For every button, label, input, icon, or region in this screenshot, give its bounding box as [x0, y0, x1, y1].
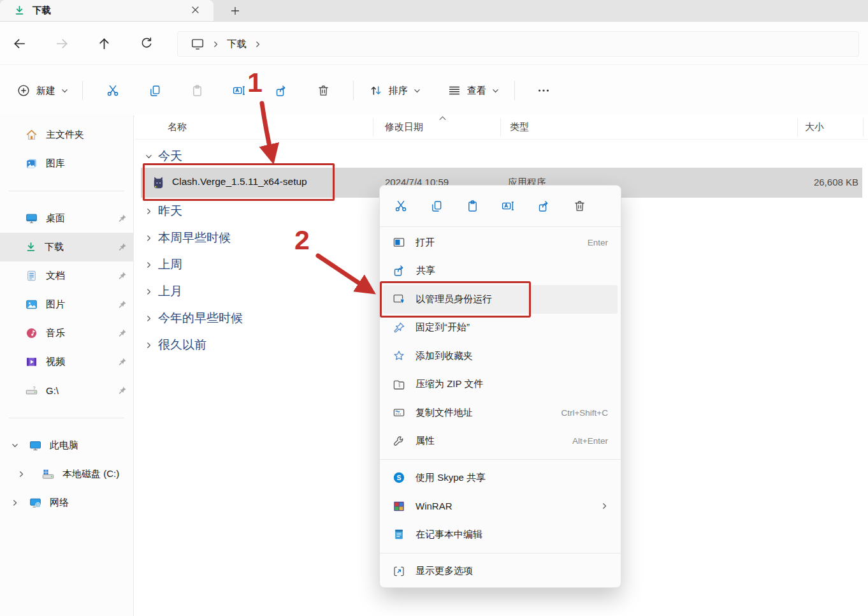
- menu-item-copy-path[interactable]: 复制文件地址Ctrl+Shift+C: [383, 399, 618, 427]
- menu-item-share-skype[interactable]: S使用 Skype 共享: [383, 464, 618, 492]
- show-more-icon: [393, 565, 405, 578]
- menu-paste-button[interactable]: [459, 194, 485, 218]
- refresh-button[interactable]: [136, 33, 157, 54]
- notepad-icon: [393, 528, 405, 541]
- run-as-admin-icon: [393, 293, 405, 305]
- column-name[interactable]: 名称: [168, 121, 187, 133]
- menu-item-edit-notepad[interactable]: 在记事本中编辑: [383, 520, 618, 549]
- sidebar-item-videos[interactable]: 视频: [0, 348, 133, 376]
- menu-item-label: 以管理员身份运行: [416, 293, 492, 305]
- navigation-bar: 下载: [0, 22, 868, 64]
- menu-item-pin-to-start[interactable]: 固定到“开始”: [383, 314, 618, 342]
- tab-downloads[interactable]: 下载: [0, 0, 213, 21]
- rename-button[interactable]: [226, 78, 252, 103]
- pin-icon: [117, 357, 127, 367]
- view-button-label: 查看: [467, 85, 486, 97]
- sidebar-item-document[interactable]: 文档: [0, 261, 133, 290]
- back-button[interactable]: [8, 33, 30, 54]
- close-icon[interactable]: [191, 6, 199, 14]
- menu-share-button[interactable]: [531, 194, 556, 218]
- sidebar-item-desktop[interactable]: 桌面: [0, 204, 133, 233]
- sort-button[interactable]: 排序: [363, 80, 427, 101]
- breadcrumb-downloads[interactable]: 下载: [227, 38, 247, 51]
- menu-cut-button[interactable]: [388, 194, 414, 218]
- menu-item-run-as-admin[interactable]: 以管理员身份运行: [383, 285, 618, 314]
- skype-icon: S: [393, 471, 405, 484]
- sidebar-item-music[interactable]: 音乐: [0, 319, 133, 348]
- paste-icon: [466, 200, 479, 213]
- copy-button[interactable]: [141, 78, 168, 103]
- menu-item-properties[interactable]: 属性Alt+Enter: [383, 427, 618, 456]
- forward-button[interactable]: [51, 33, 73, 54]
- menu-delete-button[interactable]: [567, 194, 592, 218]
- file-group[interactable]: 今天: [134, 145, 868, 168]
- column-header-row: 名称 修改日期 类型 大小: [134, 115, 868, 140]
- toolbar-divider: [514, 81, 515, 100]
- group-label: 上周: [158, 256, 182, 273]
- menu-item-label: 固定到“开始”: [416, 321, 470, 334]
- sidebar-item-pictures[interactable]: 图片: [0, 290, 133, 319]
- group-label: 上月: [158, 283, 182, 300]
- download-icon: [25, 242, 36, 253]
- sidebar-item-label: 网络: [50, 497, 69, 509]
- menu-divider: [380, 553, 621, 554]
- menu-item-show-more-options[interactable]: 显示更多选项: [383, 557, 618, 586]
- group-label: 本周早些时候: [158, 230, 231, 246]
- sidebar-item-disk[interactable]: 本地磁盘 (C:): [0, 460, 133, 488]
- cut-icon: [106, 84, 120, 98]
- menu-item-add-favorites[interactable]: 添加到收藏夹: [383, 342, 618, 370]
- column-size[interactable]: 大小: [805, 121, 824, 133]
- sidebar-item-computer[interactable]: 此电脑: [0, 431, 133, 460]
- this-pc-monitor-icon[interactable]: [191, 37, 205, 51]
- toolbar-divider: [82, 81, 83, 100]
- gallery-icon: [25, 158, 38, 170]
- sidebar-item-drive[interactable]: ?G:\: [0, 376, 133, 405]
- sidebar-item-gallery[interactable]: 图库: [0, 149, 133, 178]
- sidebar-divider: [9, 418, 124, 418]
- copy-path-icon: [393, 406, 405, 419]
- cut-button[interactable]: [99, 78, 126, 103]
- more-options-button[interactable]: [530, 78, 557, 103]
- zip-icon: [393, 378, 405, 391]
- chevron-down-icon: [10, 442, 19, 449]
- sidebar-item-label: 桌面: [46, 212, 65, 224]
- share-button[interactable]: [268, 78, 294, 103]
- menu-item-share[interactable]: 共享: [383, 257, 618, 286]
- menu-item-compress-zip[interactable]: 压缩为 ZIP 文件: [383, 370, 618, 399]
- sidebar-item-home[interactable]: 主文件夹: [0, 121, 133, 149]
- menu-item-open[interactable]: 打开Enter: [383, 228, 618, 257]
- pin-icon: [117, 242, 127, 252]
- menu-item-label: 属性: [416, 435, 435, 447]
- share-icon: [537, 200, 551, 213]
- share-icon: [393, 264, 406, 277]
- menu-item-winrar[interactable]: WinRAR: [383, 492, 618, 521]
- new-tab-button[interactable]: [226, 3, 244, 19]
- up-button[interactable]: [93, 33, 115, 54]
- chevron-right-icon: [145, 288, 152, 295]
- group-label: 今天: [158, 148, 182, 165]
- sidebar-item-label: 下载: [45, 241, 64, 253]
- breadcrumb[interactable]: 下载: [177, 31, 859, 57]
- paste-button[interactable]: [184, 78, 210, 103]
- sidebar-item-network[interactable]: 网络: [0, 488, 133, 517]
- share-icon: [275, 84, 288, 98]
- view-button[interactable]: 查看: [441, 80, 505, 101]
- sidebar-item-download[interactable]: 下载: [0, 233, 133, 261]
- rename-icon: [232, 84, 246, 98]
- open-icon: [393, 236, 405, 249]
- menu-item-shortcut: Alt+Enter: [572, 436, 618, 446]
- column-date-modified[interactable]: 修改日期: [385, 121, 423, 133]
- chevron-down-icon: [61, 87, 68, 94]
- new-plus-icon: [17, 84, 31, 98]
- menu-rename-button[interactable]: [495, 194, 521, 218]
- pin-icon: [117, 214, 127, 223]
- chevron-down-icon: [492, 87, 499, 94]
- sidebar-item-label: 图库: [46, 158, 65, 170]
- home-icon: [25, 129, 38, 141]
- new-button[interactable]: 新建: [11, 80, 73, 101]
- download-icon: [14, 5, 25, 16]
- column-type[interactable]: 类型: [510, 121, 529, 133]
- pin-outline-icon: [393, 321, 405, 334]
- menu-copy-button[interactable]: [424, 194, 449, 218]
- delete-button[interactable]: [310, 78, 336, 103]
